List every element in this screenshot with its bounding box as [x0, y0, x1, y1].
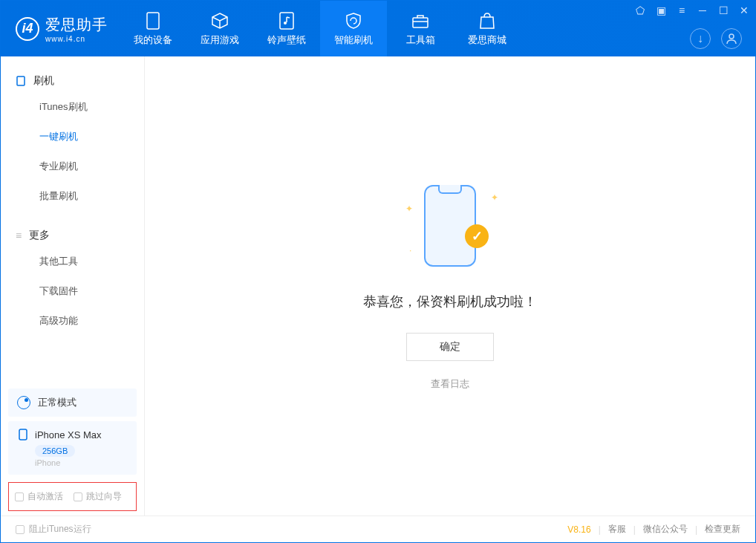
svg-point-2: [284, 22, 287, 25]
device-info[interactable]: iPhone XS Max 256GB iPhone: [8, 421, 137, 475]
divider: |: [695, 524, 697, 535]
checkbox-icon[interactable]: [16, 525, 25, 534]
sidebar-section-flash: 刷机 iTunes刷机 一键刷机 专业刷机 批量刷机: [1, 56, 144, 211]
footer: 阻止iTunes运行 V8.16 | 客服 | 微信公众号 | 检查更新: [1, 516, 755, 542]
device-type: iPhone: [35, 458, 128, 467]
check-update-link[interactable]: 检查更新: [705, 523, 740, 536]
success-message: 恭喜您，保资料刷机成功啦！: [363, 293, 537, 310]
tab-label: 智能刷机: [334, 33, 373, 47]
sidebar-item-download-fw[interactable]: 下载固件: [1, 276, 144, 306]
checkbox-icon: [15, 492, 24, 501]
wechat-link[interactable]: 微信公众号: [643, 523, 688, 536]
bag-icon: [478, 11, 497, 30]
tab-label: 应用游戏: [201, 33, 239, 47]
main-content: ✦ ✦ · ✓ 恭喜您，保资料刷机成功啦！ 确定 查看日志: [145, 56, 755, 516]
tab-label: 铃声壁纸: [267, 33, 306, 47]
toolbox-icon: [411, 11, 430, 30]
brand-block: 爱思助手 www.i4.cn: [45, 15, 108, 43]
tab-flash[interactable]: 智能刷机: [320, 1, 387, 56]
tab-label: 工具箱: [406, 33, 435, 47]
music-file-icon: [277, 11, 296, 30]
header-right-actions: ↓: [690, 28, 742, 49]
sidebar-header-flash: 刷机: [1, 70, 144, 92]
svg-rect-6: [19, 429, 27, 440]
tab-toolbox[interactable]: 工具箱: [387, 1, 454, 56]
sidebar-header-more: ≡ 更多: [1, 224, 144, 247]
phone-small-icon: [17, 429, 29, 440]
tab-label: 我的设备: [134, 33, 172, 47]
mode-icon: [17, 396, 30, 409]
footer-right: V8.16 | 客服 | 微信公众号 | 检查更新: [567, 523, 740, 536]
logo-area: i4 爱思助手 www.i4.cn: [1, 1, 120, 56]
device-icon: [16, 76, 26, 86]
support-link[interactable]: 客服: [608, 523, 626, 536]
settings-icon[interactable]: ▣: [656, 5, 666, 16]
mode-label: 正常模式: [38, 396, 76, 409]
tab-store[interactable]: 爱思商城: [454, 1, 521, 56]
sidebar-item-oneclick-flash[interactable]: 一键刷机: [1, 122, 144, 152]
device-name-row: iPhone XS Max: [17, 429, 128, 440]
sidebar-item-itunes-flash[interactable]: iTunes刷机: [1, 92, 144, 122]
sparkle-icon: ✦: [491, 192, 498, 203]
sidebar-header-label: 更多: [29, 229, 50, 242]
sidebar-item-pro-flash[interactable]: 专业刷机: [1, 152, 144, 181]
sidebar-section-more: ≡ 更多 其他工具 下载固件 高级功能: [1, 211, 144, 336]
sidebar-header-label: 刷机: [33, 74, 54, 88]
checkbox-icon: [74, 492, 82, 501]
phone-icon: [143, 11, 163, 30]
tab-label: 爱思商城: [468, 33, 506, 47]
window-controls: ⬠ ▣ ≡ ─ ☐ ✕: [635, 5, 749, 16]
success-illustration: ✦ ✦ · ✓: [405, 181, 495, 270]
tab-ringtones[interactable]: 铃声壁纸: [253, 1, 320, 56]
storage-badge: 256GB: [35, 445, 75, 457]
sidebar: 刷机 iTunes刷机 一键刷机 专业刷机 批量刷机 ≡ 更多 其他工具 下载固…: [1, 56, 145, 516]
block-itunes-label[interactable]: 阻止iTunes运行: [29, 523, 91, 536]
svg-point-4: [729, 34, 734, 39]
version-label: V8.16: [567, 524, 590, 535]
download-icon[interactable]: ↓: [690, 28, 711, 49]
sidebar-item-other-tools[interactable]: 其他工具: [1, 247, 144, 276]
cube-icon: [210, 11, 229, 30]
user-icon[interactable]: [721, 28, 742, 49]
menu-icon[interactable]: ≡: [677, 5, 687, 16]
refresh-shield-icon: [344, 11, 363, 30]
ok-button[interactable]: 确定: [406, 333, 494, 361]
brand-url: www.i4.cn: [45, 35, 108, 43]
close-button[interactable]: ✕: [739, 5, 749, 16]
logo-icon: i4: [16, 17, 39, 41]
list-icon: ≡: [16, 230, 22, 241]
view-log-link[interactable]: 查看日志: [431, 377, 469, 391]
checkbox-label: 跳过向导: [86, 490, 122, 503]
sparkle-icon: ✦: [405, 204, 413, 214]
sidebar-item-advanced[interactable]: 高级功能: [1, 306, 144, 336]
svg-rect-0: [147, 13, 159, 29]
divider: |: [599, 524, 601, 535]
maximize-button[interactable]: ☐: [718, 5, 729, 16]
minimize-button[interactable]: ─: [697, 5, 708, 16]
checkbox-skip-guide[interactable]: 跳过向导: [74, 490, 122, 503]
device-name-text: iPhone XS Max: [35, 429, 102, 440]
brand-name: 爱思助手: [45, 15, 108, 35]
device-mode[interactable]: 正常模式: [8, 388, 137, 417]
checkbox-label: 自动激活: [27, 490, 63, 503]
sparkle-icon: ·: [409, 245, 411, 256]
checkbox-auto-activate[interactable]: 自动激活: [15, 490, 63, 503]
tab-apps[interactable]: 应用游戏: [186, 1, 253, 56]
flash-options: 自动激活 跳过向导: [8, 482, 137, 511]
svg-rect-3: [413, 18, 428, 27]
device-panel: 正常模式 iPhone XS Max 256GB iPhone 自动激活 跳过向…: [1, 388, 144, 516]
footer-left: 阻止iTunes运行: [16, 523, 91, 536]
pin-icon[interactable]: ⬠: [635, 5, 645, 16]
tab-my-device[interactable]: 我的设备: [120, 1, 186, 56]
check-badge-icon: ✓: [465, 224, 489, 248]
svg-rect-5: [17, 77, 25, 85]
top-tabs: 我的设备 应用游戏 铃声壁纸 智能刷机 工具箱 爱思商城: [120, 1, 521, 56]
phone-illustration-icon: [424, 185, 476, 267]
sidebar-item-batch-flash[interactable]: 批量刷机: [1, 181, 144, 211]
app-header: i4 爱思助手 www.i4.cn 我的设备 应用游戏 铃声壁纸 智能刷机 工具…: [1, 1, 755, 56]
divider: |: [633, 524, 636, 535]
